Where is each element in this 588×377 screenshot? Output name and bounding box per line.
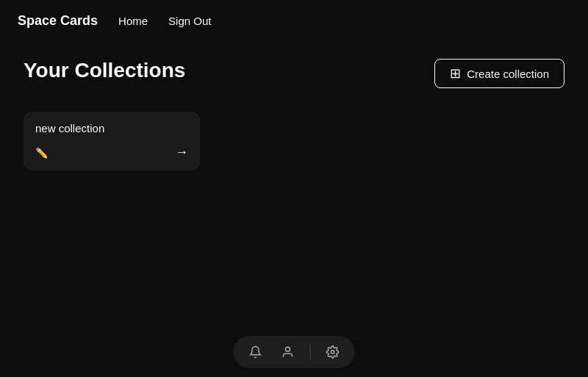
page-header: Your Collections ⊞ Create collection	[24, 59, 564, 88]
collection-card[interactable]: new collection ✏️ →	[24, 112, 200, 170]
create-collection-label: Create collection	[467, 68, 549, 80]
svg-point-0	[286, 347, 290, 351]
main-content: Your Collections ⊞ Create collection new…	[0, 41, 588, 188]
edit-icon[interactable]: ✏️	[35, 147, 48, 159]
arrow-right-icon[interactable]: →	[175, 145, 188, 160]
svg-point-1	[331, 351, 334, 354]
navbar: Space Cards Home Sign Out	[0, 0, 588, 41]
collections-grid: new collection ✏️ →	[24, 112, 564, 170]
settings-icon[interactable]	[323, 342, 343, 362]
home-link[interactable]: Home	[118, 15, 148, 27]
user-icon[interactable]	[278, 342, 298, 362]
bottom-toolbar	[234, 336, 355, 368]
plus-icon: ⊞	[450, 67, 461, 80]
collection-card-title: new collection	[35, 122, 188, 134]
collection-card-footer: ✏️ →	[35, 145, 188, 160]
bell-icon[interactable]	[245, 342, 266, 362]
page-title: Your Collections	[24, 59, 185, 82]
toolbar-divider	[310, 345, 311, 359]
sign-out-link[interactable]: Sign Out	[168, 15, 211, 27]
nav-brand[interactable]: Space Cards	[18, 13, 98, 29]
create-collection-button[interactable]: ⊞ Create collection	[434, 59, 564, 88]
